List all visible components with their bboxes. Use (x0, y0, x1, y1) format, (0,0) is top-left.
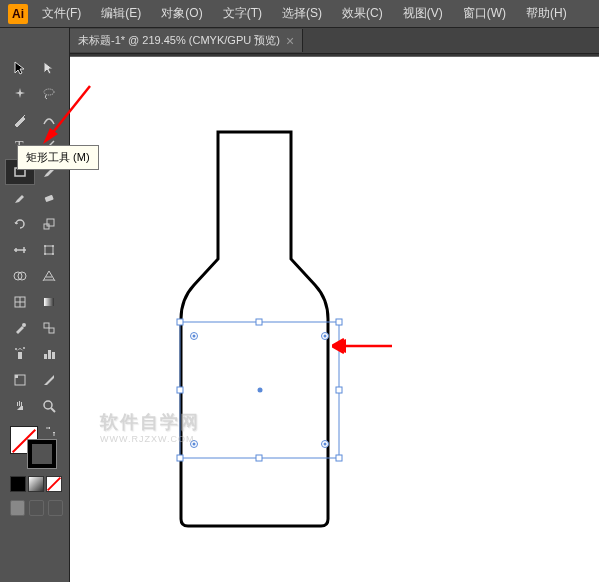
svg-point-10 (44, 253, 46, 255)
menu-bar: 文件(F) 编辑(E) 对象(O) 文字(T) 选择(S) 效果(C) 视图(V… (34, 1, 575, 26)
column-graph-tool[interactable] (36, 342, 64, 366)
svg-rect-6 (47, 219, 54, 226)
svg-point-23 (23, 347, 25, 349)
zoom-tool[interactable] (36, 394, 64, 418)
menu-select[interactable]: 选择(S) (274, 1, 330, 26)
color-section (6, 426, 63, 470)
app-logo: Ai (8, 4, 28, 24)
svg-line-30 (51, 408, 55, 412)
watermark-text: 软件自学网 (100, 410, 200, 434)
svg-rect-19 (44, 323, 49, 328)
menu-view[interactable]: 视图(V) (395, 1, 451, 26)
mesh-tool[interactable] (6, 290, 34, 314)
menu-help[interactable]: 帮助(H) (518, 1, 575, 26)
blend-tool[interactable] (36, 316, 64, 340)
stroke-color-swatch[interactable] (28, 440, 56, 468)
svg-point-22 (15, 348, 17, 350)
shaper-tool[interactable] (6, 186, 34, 210)
eyedropper-tool[interactable] (6, 316, 34, 340)
eraser-tool[interactable] (36, 186, 64, 210)
svg-point-35 (324, 443, 327, 446)
menu-type[interactable]: 文字(T) (215, 1, 270, 26)
draw-behind-mode[interactable] (29, 500, 44, 516)
draw-normal-mode[interactable] (10, 500, 25, 516)
close-tab-icon[interactable]: × (286, 34, 294, 48)
handle-ml[interactable] (177, 387, 183, 393)
svg-point-29 (44, 401, 52, 409)
slice-tool[interactable] (36, 368, 64, 392)
svg-rect-17 (44, 298, 54, 306)
free-transform-tool[interactable] (36, 238, 64, 262)
menu-edit[interactable]: 编辑(E) (93, 1, 149, 26)
menu-effect[interactable]: 效果(C) (334, 1, 391, 26)
scale-tool[interactable] (36, 212, 64, 236)
menu-file[interactable]: 文件(F) (34, 1, 89, 26)
perspective-grid-tool[interactable] (36, 264, 64, 288)
handle-bm[interactable] (256, 455, 262, 461)
artboard-tool[interactable] (6, 368, 34, 392)
draw-inside-mode[interactable] (48, 500, 63, 516)
handle-mr[interactable] (336, 387, 342, 393)
annotation-arrow-right (332, 336, 392, 356)
title-bar: Ai 文件(F) 编辑(E) 对象(O) 文字(T) 选择(S) 效果(C) 视… (0, 0, 599, 28)
svg-point-11 (52, 253, 54, 255)
handle-br[interactable] (336, 455, 342, 461)
svg-point-32 (193, 335, 196, 338)
svg-point-33 (324, 335, 327, 338)
menu-object[interactable]: 对象(O) (153, 1, 210, 26)
handle-bl[interactable] (177, 455, 183, 461)
document-tab-title: 未标题-1* @ 219.45% (CMYK/GPU 预览) (78, 33, 280, 48)
svg-point-9 (52, 245, 54, 247)
rotate-tool[interactable] (6, 212, 34, 236)
tooltip: 矩形工具 (M) (17, 145, 99, 170)
svg-rect-21 (18, 352, 22, 359)
svg-point-8 (44, 245, 46, 247)
swap-colors-icon[interactable] (44, 426, 56, 438)
document-tabs: 未标题-1* @ 219.45% (CMYK/GPU 预览) × (70, 28, 599, 54)
menu-window[interactable]: 窗口(W) (455, 1, 514, 26)
svg-rect-7 (45, 246, 53, 254)
mini-color-gradient[interactable] (28, 476, 44, 492)
selection-bounding-box[interactable] (176, 318, 343, 463)
magic-wand-tool[interactable] (6, 82, 34, 106)
direct-selection-tool[interactable] (36, 56, 64, 80)
svg-rect-20 (49, 328, 54, 333)
annotation-arrow-down (40, 84, 95, 154)
hand-tool[interactable] (6, 394, 34, 418)
color-mini-row (6, 476, 63, 492)
svg-point-18 (22, 323, 26, 327)
mini-color-none[interactable] (46, 476, 62, 492)
svg-rect-4 (45, 195, 54, 202)
handle-tr[interactable] (336, 319, 342, 325)
svg-rect-25 (48, 350, 51, 359)
symbol-sprayer-tool[interactable] (6, 342, 34, 366)
gradient-tool[interactable] (36, 290, 64, 314)
svg-rect-26 (52, 352, 55, 359)
handle-tm[interactable] (256, 319, 262, 325)
handle-tl[interactable] (177, 319, 183, 325)
shape-builder-tool[interactable] (6, 264, 34, 288)
watermark-url: WWW.RJZXW.COM (100, 434, 194, 444)
width-tool[interactable] (6, 238, 34, 262)
svg-rect-28 (15, 375, 18, 378)
svg-rect-24 (44, 354, 47, 359)
canvas[interactable]: 软件自学网 WWW.RJZXW.COM (70, 57, 599, 582)
pen-tool[interactable] (6, 108, 34, 132)
selection-tool[interactable] (6, 56, 34, 80)
document-tab[interactable]: 未标题-1* @ 219.45% (CMYK/GPU 预览) × (70, 29, 303, 52)
center-point (258, 388, 263, 393)
mini-color-black[interactable] (10, 476, 26, 492)
document-area: 未标题-1* @ 219.45% (CMYK/GPU 预览) × (70, 28, 599, 582)
draw-mode-row (6, 500, 63, 516)
